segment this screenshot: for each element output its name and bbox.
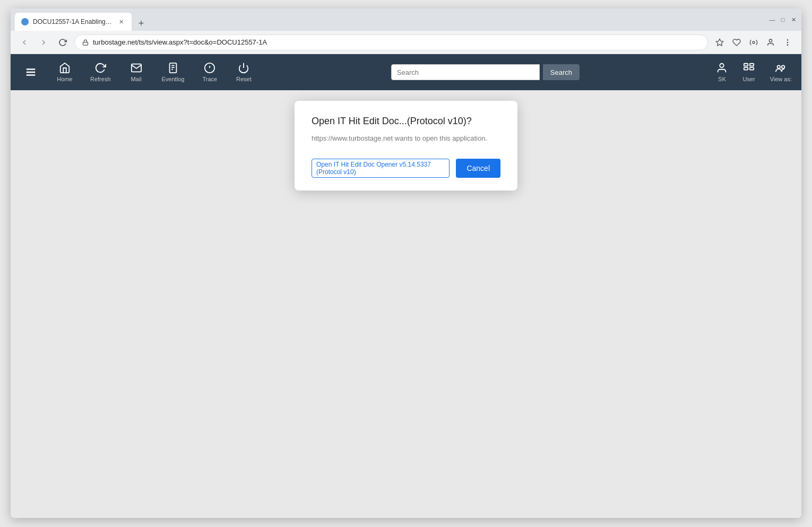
svg-rect-21 xyxy=(744,67,748,70)
mail-label: Mail xyxy=(131,76,141,82)
svg-rect-20 xyxy=(750,64,754,66)
nav-user-button[interactable]: User xyxy=(737,59,760,85)
reset-label: Reset xyxy=(236,76,252,82)
svg-point-6 xyxy=(787,45,788,45)
svg-point-3 xyxy=(769,39,772,42)
main-content: Open IT Hit Edit Doc...(Protocol v10)? h… xyxy=(11,90,801,518)
svg-point-4 xyxy=(787,39,788,40)
nav-eventlog-button[interactable]: Eventlog xyxy=(154,59,192,86)
active-tab[interactable]: DOCU12557-1A Enabling 'Alway ✕ xyxy=(15,13,132,31)
trace-label: Trace xyxy=(202,76,217,82)
dialog: Open IT Hit Edit Doc...(Protocol v10)? h… xyxy=(295,101,517,191)
window-controls: — □ ✕ xyxy=(768,16,797,23)
nav-reset-button[interactable]: Reset xyxy=(228,59,260,86)
dialog-actions: Open IT Hit Edit Doc Opener v5.14.5337 (… xyxy=(312,159,500,178)
url-text: turbostage.net/ts/ts/view.aspx?t=doc&o=D… xyxy=(93,38,700,46)
viewas-icon xyxy=(775,62,787,74)
nav-trace-button[interactable]: Trace xyxy=(194,59,226,86)
address-bar: turbostage.net/ts/ts/view.aspx?t=doc&o=D… xyxy=(11,31,801,54)
eventlog-label: Eventlog xyxy=(162,76,185,82)
svg-rect-19 xyxy=(744,64,748,66)
dialog-body: https://www.turbostage.net wants to open… xyxy=(312,133,500,144)
bookmark-button[interactable] xyxy=(712,35,727,50)
nav-mail-button[interactable]: Mail xyxy=(120,59,152,86)
tab-favicon xyxy=(21,18,29,25)
refresh-label: Refresh xyxy=(90,76,111,82)
open-application-button[interactable]: Open IT Hit Edit Doc Opener v5.14.5337 (… xyxy=(312,159,450,178)
user-label: User xyxy=(742,76,755,82)
nav-refresh-button[interactable]: Refresh xyxy=(83,59,118,86)
home-label: Home xyxy=(57,76,72,82)
tab-bar: DOCU12557-1A Enabling 'Alway ✕ + xyxy=(15,8,762,31)
nav-home-button[interactable]: Home xyxy=(49,59,81,86)
viewas-label: View as: xyxy=(770,76,792,82)
extension2-button[interactable] xyxy=(746,35,761,50)
refresh-icon xyxy=(94,62,106,74)
svg-rect-0 xyxy=(83,42,88,45)
svg-point-23 xyxy=(778,65,781,68)
home-icon xyxy=(59,62,71,74)
dialog-overlay: Open IT Hit Edit Doc...(Protocol v10)? h… xyxy=(11,90,801,518)
tab-title: DOCU12557-1A Enabling 'Alway xyxy=(33,18,113,25)
svg-point-18 xyxy=(720,64,724,67)
app-nav: Home Refresh Mail Eventlog Trace xyxy=(11,54,801,90)
browser-window: DOCU12557-1A Enabling 'Alway ✕ + — □ ✕ t… xyxy=(11,8,801,518)
svg-point-2 xyxy=(753,41,755,44)
nav-menu-button[interactable] xyxy=(15,63,47,82)
svg-point-24 xyxy=(782,65,785,68)
nav-right: SK User View as: xyxy=(711,59,797,85)
back-button[interactable] xyxy=(17,35,32,50)
close-button[interactable]: ✕ xyxy=(790,16,797,23)
svg-marker-1 xyxy=(716,39,723,46)
extension1-button[interactable] xyxy=(729,35,744,50)
mail-icon xyxy=(131,62,142,74)
browser-menu-button[interactable] xyxy=(780,35,795,50)
search-area: Search xyxy=(262,64,709,80)
minimize-button[interactable]: — xyxy=(768,16,776,23)
sk-icon xyxy=(716,62,728,74)
maximize-button[interactable]: □ xyxy=(779,16,787,23)
nav-viewas-button[interactable]: View as: xyxy=(765,59,797,85)
svg-point-5 xyxy=(787,42,788,42)
url-bar[interactable]: turbostage.net/ts/ts/view.aspx?t=doc&o=D… xyxy=(74,34,708,50)
dialog-title: Open IT Hit Edit Doc...(Protocol v10)? xyxy=(312,116,500,127)
lock-icon xyxy=(82,38,89,46)
tab-close-button[interactable]: ✕ xyxy=(117,18,125,26)
cancel-button[interactable]: Cancel xyxy=(456,159,500,178)
address-actions xyxy=(712,35,795,50)
title-bar: DOCU12557-1A Enabling 'Alway ✕ + — □ ✕ xyxy=(11,8,801,31)
search-input[interactable] xyxy=(391,64,540,80)
eventlog-icon xyxy=(167,62,179,74)
reload-button[interactable] xyxy=(55,35,70,50)
new-tab-button[interactable]: + xyxy=(134,16,149,31)
trace-icon xyxy=(204,62,215,74)
profile-button[interactable] xyxy=(763,35,778,50)
svg-rect-22 xyxy=(750,67,754,70)
user-icon xyxy=(743,62,755,74)
nav-sk-button[interactable]: SK xyxy=(711,59,733,85)
search-button[interactable]: Search xyxy=(543,64,580,80)
hamburger-icon xyxy=(25,66,37,79)
forward-button[interactable] xyxy=(36,35,51,50)
reset-icon xyxy=(238,62,249,74)
sk-label: SK xyxy=(718,76,726,82)
